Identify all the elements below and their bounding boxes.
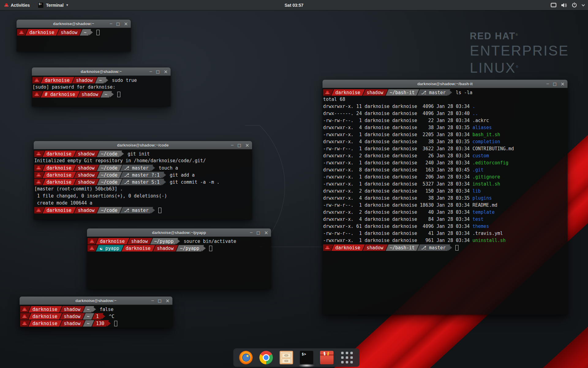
window-titlebar[interactable]: darknoise@shadow:~─□× <box>20 297 172 305</box>
prompt-segment-path: ~/code <box>97 207 122 213</box>
output-line: drwxrwxr-x. 4 darknoise darknoise 38 Jan… <box>323 138 567 145</box>
maximize-button[interactable]: □ <box>553 82 556 86</box>
close-button[interactable]: × <box>124 21 128 26</box>
terminal-window[interactable]: darknoise@shadow:~─□×darknoiseshadow~ <box>17 20 131 52</box>
terminal-window[interactable]: darknoise@shadow:~/bash-it─□×darknoisesh… <box>322 80 567 315</box>
prompt-segment-host: shadow <box>363 244 388 251</box>
app-menu-terminal[interactable]: $> Terminal ▼ <box>34 0 72 10</box>
chevron-down-icon[interactable] <box>582 4 585 6</box>
prompt-segment-host: shadow <box>72 77 97 83</box>
terminal-content[interactable]: darknoiseshadow~sudo true[sudo] password… <box>32 76 171 106</box>
close-button[interactable]: × <box>264 230 268 235</box>
close-button[interactable]: × <box>561 82 565 86</box>
minimize-button[interactable]: ─ <box>231 143 233 147</box>
prompt-segment-path: ~/code <box>97 165 122 171</box>
close-button[interactable]: × <box>164 69 168 74</box>
prompt-segment-host: shadow <box>127 238 152 244</box>
clock[interactable]: Sat 03:57 <box>285 3 303 8</box>
maximize-button[interactable]: □ <box>256 231 260 235</box>
terminal-content[interactable]: darknoiseshadow~ <box>17 28 131 52</box>
window-titlebar[interactable]: darknoise@shadow:~─□× <box>32 67 171 76</box>
prompt-segment-host: shadow <box>74 179 99 185</box>
maximize-button[interactable]: □ <box>237 143 241 147</box>
terminal-content[interactable]: darknoiseshadow~/codegit initInitialized… <box>34 149 252 220</box>
maximize-button[interactable]: □ <box>156 70 160 74</box>
output-text: -rw-rw-r--. 1 darknoise darknoise 18630 … <box>323 202 497 208</box>
dock-item-files[interactable] <box>279 350 294 365</box>
output-line: drwxrwxr-x. 4 darknoise darknoise 38 Jan… <box>323 195 567 202</box>
output-line: -rwxrwxr-x. 1 darknoise darknoise 961 Ja… <box>323 237 567 244</box>
output-text: drwxrwxr-x. 4 darknoise darknoise 38 Jan… <box>323 139 473 144</box>
power-icon[interactable] <box>572 2 577 8</box>
dock-item-chrome[interactable] <box>259 350 273 365</box>
output-line: -rw-rw-r--. 1 darknoise darknoise 41 Jan… <box>323 230 567 237</box>
prompt-segment-user: darknoise <box>43 179 76 185</box>
terminal-window[interactable]: darknoise@shadow:~/pyapp─□×darknoiseshad… <box>87 228 271 289</box>
terminal-window[interactable]: darknoise@shadow:~─□×darknoiseshadow~sud… <box>32 67 171 106</box>
dock-item-firefox[interactable] <box>239 350 253 365</box>
prompt-segment-host: shadow <box>74 165 99 171</box>
maximize-button[interactable]: □ <box>158 299 161 303</box>
dock-item-app-grid[interactable] <box>340 350 354 365</box>
prompt-line: darknoiseshadow~130 <box>20 320 172 327</box>
output-text: themes <box>473 224 489 229</box>
volume-icon[interactable] <box>561 3 567 8</box>
redhat-prompt-icon <box>22 308 27 311</box>
prompt-segment-user: darknoise <box>43 207 76 213</box>
minimize-button[interactable]: ─ <box>250 231 252 235</box>
minimize-button[interactable]: ─ <box>110 22 112 26</box>
prompt-line: # darknoiseshadow~ <box>32 91 170 98</box>
close-button[interactable]: × <box>245 143 249 148</box>
prompt-arrow <box>92 306 96 312</box>
terminal-window[interactable]: darknoise@shadow:~─□×darknoiseshadow~fal… <box>20 297 172 328</box>
output-line: create mode 100644 a <box>34 200 251 207</box>
minimize-button[interactable]: ─ <box>151 299 154 303</box>
output-text: -rw-rw-r--. 1 darknoise darknoise 3622 J… <box>323 146 514 151</box>
output-text: drwxrwxr-x. 2 darknoise darknoise 40 Jan… <box>323 209 473 215</box>
window-titlebar[interactable]: darknoise@shadow:~/code─□× <box>34 141 252 149</box>
dock-item-toolbox[interactable] <box>319 350 334 365</box>
output-line: -rwxrwxr-x. 1 darknoise darknoise 240 Ja… <box>323 159 567 167</box>
output-line: drwxrwxr-x. 11 darknoise darknoise 4096 … <box>323 103 567 110</box>
window-titlebar[interactable]: darknoise@shadow:~─□× <box>17 20 131 28</box>
command-text: sudo true <box>112 78 137 83</box>
prompt-line: darknoiseshadow~/code⎇ mastertouch a <box>34 164 251 171</box>
dock-item-terminal[interactable]: $> <box>299 350 314 365</box>
output-line: Initialized empty Git repository in /hom… <box>34 157 251 164</box>
prompt-line: darknoiseshadow~/bash-it⎇ masterls -la <box>323 89 567 96</box>
running-app-indicator <box>298 364 315 367</box>
output-text: -rwxrwxr-x. 1 darknoise darknoise 2205 J… <box>323 132 473 137</box>
output-text: . <box>473 104 475 109</box>
terminal-cursor <box>96 30 100 35</box>
terminal-content[interactable]: darknoiseshadow~falsedarknoiseshadow~1^C… <box>20 305 172 328</box>
redhat-prompt-icon <box>22 322 27 325</box>
minimize-button[interactable]: ─ <box>149 70 152 74</box>
prompt-line: darknoiseshadow~/code⎇ master ?:1git add… <box>34 171 251 178</box>
redhat-prompt-icon <box>36 209 41 212</box>
terminal-content[interactable]: darknoiseshadow~/bash-it⎇ masterls -lato… <box>322 88 567 315</box>
output-text: custom <box>473 153 489 159</box>
window-titlebar[interactable]: darknoise@shadow:~/pyapp─□× <box>87 228 271 237</box>
activities-button[interactable]: Activities <box>0 0 34 10</box>
terminal-cursor <box>158 208 161 213</box>
prompt-segment-path: ~/code <box>97 151 122 157</box>
command-text: source bin/activate <box>184 239 236 244</box>
terminal-window[interactable]: darknoise@shadow:~/code─□×darknoiseshado… <box>34 141 252 220</box>
minimize-button[interactable]: ─ <box>546 82 549 86</box>
command-text: touch a <box>159 165 178 171</box>
screen-icon[interactable] <box>551 3 556 7</box>
output-text: drwxrwxr-x. 61 darknoise darknoise 4096 … <box>323 224 473 229</box>
prompt-arrow <box>448 89 452 96</box>
output-text: .editorconfig <box>473 160 508 166</box>
output-text: [master (root-commit) 50bcb63] . <box>34 186 123 192</box>
maximize-button[interactable]: □ <box>116 22 120 26</box>
toolbox-icon <box>320 351 334 364</box>
terminal-content[interactable]: darknoiseshadow~/pyappsource bin/activat… <box>87 237 271 289</box>
output-line: -rw-rw-r--. 1 darknoise darknoise 3622 J… <box>323 145 567 152</box>
window-titlebar[interactable]: darknoise@shadow:~/bash-it─□× <box>322 80 567 88</box>
prompt-segment-user: darknoise <box>43 165 76 171</box>
prompt-arrow <box>110 91 114 98</box>
close-button[interactable]: × <box>166 298 170 303</box>
terminal-cursor <box>117 92 120 97</box>
output-text: .gitignore <box>473 174 500 180</box>
